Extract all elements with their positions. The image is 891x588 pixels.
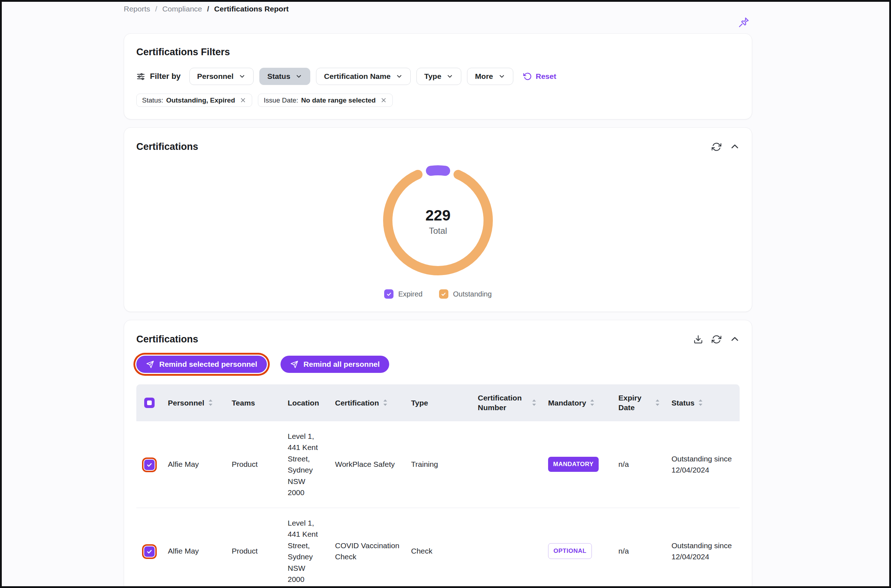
breadcrumb-reports[interactable]: Reports	[124, 4, 150, 13]
cell-mandatory: MANDATORY	[542, 421, 613, 508]
column-header-mandatory[interactable]: Mandatory	[542, 384, 613, 421]
send-icon	[146, 360, 154, 369]
cell-personnel: Alfie May	[162, 508, 226, 588]
legend-checkbox-expired[interactable]	[384, 290, 394, 298]
chart-card-title: Certifications	[136, 141, 198, 152]
filter-row: Filter by Personnel Status Certification…	[136, 68, 740, 85]
filter-by-label-group: Filter by	[136, 72, 181, 81]
reset-icon	[523, 72, 532, 81]
cell-teams: Product	[226, 508, 282, 588]
donut-total-label: Total	[429, 226, 447, 236]
sort-icon	[532, 399, 536, 406]
cell-certification-number	[472, 508, 542, 588]
select-all-header	[136, 384, 162, 421]
reset-filters-button[interactable]: Reset	[523, 72, 556, 81]
column-header-type[interactable]: Type	[405, 384, 472, 421]
chevron-down-icon	[239, 73, 246, 80]
legend-label: Outstanding	[453, 290, 492, 298]
chevron-down-icon	[498, 73, 505, 80]
table-row: Alfie May Product Level 1, 441 Kent Stre…	[136, 508, 740, 588]
remove-chip-icon[interactable]	[380, 97, 387, 104]
donut-center: 229 Total	[380, 163, 495, 279]
filter-dropdown-type[interactable]: Type	[416, 68, 461, 85]
active-filter-chips: Status: Outstanding, Expired Issue Date:…	[136, 94, 740, 107]
cell-certification-number	[472, 421, 542, 508]
column-header-location[interactable]: Location	[282, 384, 329, 421]
filter-dropdown-personnel[interactable]: Personnel	[189, 68, 254, 85]
legend-item-outstanding: Outstanding	[439, 290, 492, 298]
send-icon	[290, 360, 298, 369]
chevron-down-icon	[295, 73, 302, 80]
filter-chip-issue-date: Issue Date: No date range selected	[258, 94, 393, 107]
column-header-certification-number[interactable]: Certification Number	[472, 384, 542, 421]
column-header-expiry-date[interactable]: Expiry Date	[613, 384, 666, 421]
filter-dropdown-certification-name[interactable]: Certification Name	[316, 68, 411, 85]
page-container: Reports / Compliance / Certifications Re…	[124, 2, 752, 588]
breadcrumb-compliance[interactable]: Compliance	[162, 4, 202, 13]
table-actions: Remind selected personnel Remind all per…	[136, 356, 740, 373]
column-header-certification[interactable]: Certification	[329, 384, 405, 421]
cell-certification: WorkPlace Safety	[329, 421, 405, 508]
sort-icon	[590, 399, 595, 406]
cell-mandatory: OPTIONAL	[542, 508, 613, 588]
select-all-checkbox[interactable]	[144, 398, 155, 408]
certifications-table: Personnel Teams Location Certification	[136, 384, 740, 588]
legend-label: Expired	[398, 290, 422, 298]
refresh-icon[interactable]	[712, 142, 721, 152]
breadcrumb: Reports / Compliance / Certifications Re…	[124, 4, 752, 13]
column-header-personnel[interactable]: Personnel	[162, 384, 226, 421]
pin-icon[interactable]	[738, 16, 750, 28]
row-checkbox[interactable]	[144, 546, 155, 557]
breadcrumb-separator: /	[207, 4, 209, 13]
refresh-icon[interactable]	[712, 334, 721, 344]
cell-location: Level 1, 441 Kent Street, Sydney NSW 200…	[282, 421, 329, 508]
table-header-row: Personnel Teams Location Certification	[136, 384, 740, 421]
column-header-status[interactable]: Status	[666, 384, 740, 421]
breadcrumb-separator: /	[155, 4, 158, 13]
cell-type: Check	[405, 508, 472, 588]
remind-all-personnel-button[interactable]: Remind all personnel	[281, 356, 389, 373]
cell-type: Training	[405, 421, 472, 508]
sort-icon	[655, 399, 660, 406]
download-icon[interactable]	[693, 334, 703, 344]
table-card-title: Certifications	[136, 334, 198, 345]
cell-expiry-date: n/a	[613, 421, 666, 508]
donut-chart: 229 Total	[380, 163, 495, 279]
indeterminate-mark	[147, 400, 152, 405]
chart-legend: Expired Outstanding	[136, 290, 740, 298]
cell-select	[136, 508, 162, 588]
certifications-table-card: Certifications	[124, 320, 752, 588]
certifications-chart-card: Certifications	[124, 127, 752, 312]
mandatory-badge: MANDATORY	[548, 457, 599, 472]
sliders-icon	[136, 72, 145, 81]
certifications-filters-card: Certifications Filters Filter by Personn…	[124, 33, 752, 119]
sort-icon	[383, 399, 388, 406]
collapse-chevron-up-icon[interactable]	[730, 142, 740, 152]
sort-icon	[208, 399, 213, 406]
cell-personnel: Alfie May	[162, 421, 226, 508]
optional-badge: OPTIONAL	[548, 543, 592, 559]
remove-chip-icon[interactable]	[240, 97, 246, 104]
row-checkbox[interactable]	[144, 460, 155, 470]
cell-status: Outstanding since 12/04/2024	[666, 421, 740, 508]
legend-item-expired: Expired	[384, 290, 422, 298]
cell-status: Outstanding since 12/04/2024	[666, 508, 740, 588]
filter-dropdown-more[interactable]: More	[467, 68, 513, 85]
cell-expiry-date: n/a	[613, 508, 666, 588]
chevron-down-icon	[396, 73, 403, 80]
breadcrumb-current-page: Certifications Report	[214, 4, 289, 13]
reset-label: Reset	[536, 72, 556, 81]
filter-dropdown-status[interactable]: Status	[259, 68, 310, 85]
cell-location: Level 1, 441 Kent Street, Sydney NSW 200…	[282, 508, 329, 588]
table-row: Alfie May Product Level 1, 441 Kent Stre…	[136, 421, 740, 508]
sort-icon	[698, 399, 703, 406]
remind-selected-personnel-button[interactable]: Remind selected personnel	[136, 356, 267, 373]
collapse-chevron-up-icon[interactable]	[730, 334, 740, 344]
filter-by-label: Filter by	[150, 72, 181, 81]
legend-checkbox-outstanding[interactable]	[439, 290, 448, 298]
chevron-down-icon	[446, 73, 454, 80]
cell-certification: COVID Vaccination Check	[329, 508, 405, 588]
filters-card-title: Certifications Filters	[136, 46, 740, 58]
filter-chip-status: Status: Outstanding, Expired	[136, 94, 252, 107]
column-header-teams[interactable]: Teams	[226, 384, 282, 421]
